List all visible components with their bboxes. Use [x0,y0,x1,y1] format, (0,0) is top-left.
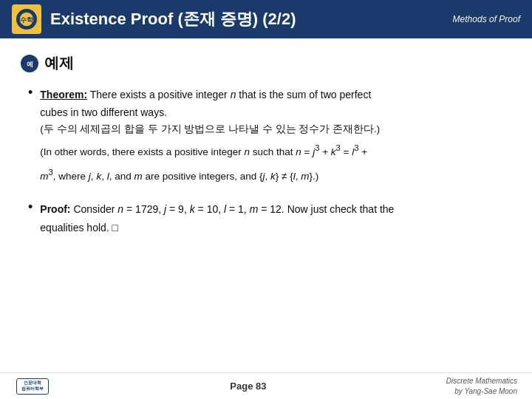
logo-icon: 수학 [18,11,35,27]
theorem-math: (In other words, there exists a positive… [40,141,511,160]
proof-line1: Proof: Consider n = 1729, j = 9, k = 10,… [40,201,511,217]
theorem-bullet: • Theorem: There exists a positive integ… [28,86,511,185]
footer-credit-line2: by Yang-Sae Moon [454,387,517,395]
svg-text:예: 예 [27,61,33,68]
proof-jeq: = 9, [166,203,190,215]
proof-eq: = 1729, [123,203,164,215]
section-title: 예제 [44,53,74,73]
footer-logo: 인문대학컴퓨터학부 [15,376,50,397]
section-icon: 예 [21,55,38,72]
proof-content: Proof: Consider n = 1729, j = 9, k = 10,… [40,201,511,236]
proof-section: • Proof: Consider n = 1729, j = 9, k = 1… [21,201,511,236]
header-logo: 수학 [12,4,41,34]
theorem-section: • Theorem: There exists a positive integ… [21,86,511,185]
proof-k: k [190,203,195,215]
footer-credit: Discrete Mathematics by Yang-Sae Moon [446,376,517,397]
footer: 인문대학컴퓨터학부 Page 83 Discrete Mathematics b… [0,372,532,399]
bullet-dot-proof: • [28,200,33,215]
proof-equalities: equalities hold. □ [40,222,118,233]
svg-text:수학: 수학 [20,16,34,24]
theorem-text1: There exists a positive integer [87,89,231,100]
footer-page: Page 83 [230,381,266,392]
proof-line2: equalities hold. □ [40,219,511,236]
header-methods: Methods of Proof [453,13,520,26]
proof-bullet: • Proof: Consider n = 1729, j = 9, k = 1… [28,201,511,236]
theorem-line2: cubes in two different ways. [40,104,511,120]
theorem-text2: that is the sum of two perfect [236,89,371,100]
proof-label: Proof: [40,203,70,215]
theorem-indent: cubes in two different ways. (두 수의 세제곱의 … [40,104,511,185]
section-bullet-icon: 예 [21,55,38,72]
header: 수학 Existence Proof (존재 증명) (2/2) Methods… [0,0,532,38]
theorem-label: Theorem: [40,89,87,100]
proof-text1: Consider [71,203,118,215]
theorem-math2: m3, where j, k, l, and m are positive in… [40,166,511,185]
proof-leq: = 1, [226,203,250,215]
logo-inner: 수학 [16,9,37,30]
proof-m: m [250,203,259,215]
section-label: 예 예제 [21,53,511,73]
footer-logo-box: 인문대학컴퓨터학부 [16,378,49,395]
main-content: 예 예제 • Theorem: There exists a positive … [0,38,532,264]
methods-text: Methods of Proof [453,14,520,24]
header-title: Existence Proof (존재 증명) (2/2) [50,8,296,30]
theorem-content: Theorem: There exists a positive integer… [40,86,511,185]
theorem-line1: Theorem: There exists a positive integer… [40,86,511,103]
footer-credit-line1: Discrete Mathematics [446,377,517,385]
bullet-dot-theorem: • [28,85,33,100]
proof-meq: = 12. Now just check that the [258,203,394,215]
proof-n: n [117,203,123,215]
proof-keq: = 10, [195,203,224,215]
theorem-korean: (두 수의 세제곱의 합을 두 가지 방법으로 나타낼 수 있는 정수가 존재한… [40,121,511,137]
